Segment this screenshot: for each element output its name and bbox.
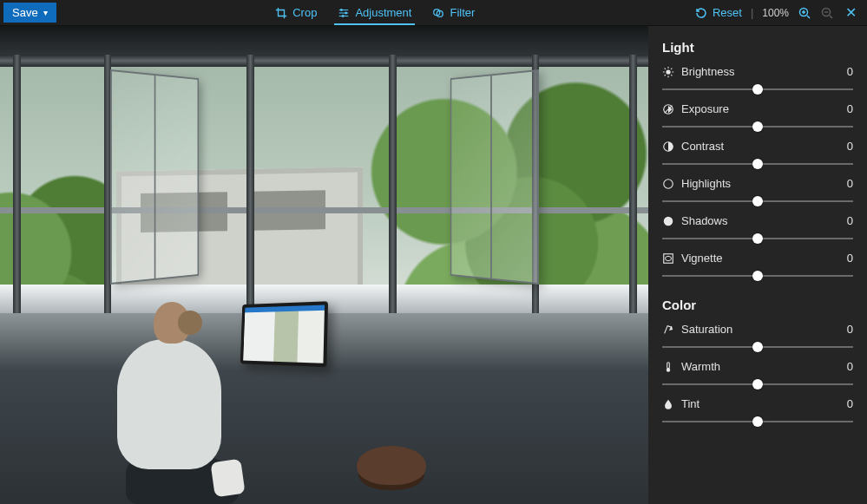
slider-exposure[interactable]: Exposure 0 — [662, 101, 853, 134]
slider-track[interactable] — [662, 268, 853, 284]
warmth-icon — [662, 361, 674, 373]
slider-shadows[interactable]: Shadows 0 — [662, 213, 853, 246]
group-title-color: Color — [662, 298, 853, 312]
svg-point-0 — [340, 9, 343, 11]
slider-track[interactable] — [662, 414, 853, 429]
svg-point-15 — [667, 368, 670, 371]
brightness-icon — [662, 66, 674, 78]
slider-value: 0 — [847, 177, 853, 190]
svg-rect-14 — [667, 362, 670, 368]
slider-track[interactable] — [662, 376, 853, 392]
exposure-icon — [662, 103, 674, 115]
slider-saturation[interactable]: Saturation 0 — [662, 321, 853, 355]
photo-window-frame-mid — [0, 207, 648, 213]
reset-label: Reset — [713, 6, 742, 19]
zoom-level: 100% — [762, 7, 789, 19]
photo-mullion — [13, 55, 21, 313]
toolbar: Save ▾ Crop Adjustment Filter — [0, 0, 867, 26]
slider-value: 0 — [847, 397, 853, 410]
photo-mullion — [246, 55, 254, 313]
slider-tint[interactable]: Tint 0 — [662, 396, 853, 429]
photo-stool — [357, 446, 426, 485]
photo-tablet — [240, 301, 328, 367]
photo-person — [91, 261, 247, 504]
slider-thumb[interactable] — [752, 121, 763, 132]
tab-filter[interactable]: Filter — [425, 0, 482, 25]
svg-point-1 — [345, 11, 348, 14]
slider-thumb[interactable] — [752, 196, 763, 206]
slider-value: 0 — [847, 323, 853, 336]
slider-thumb[interactable] — [752, 233, 763, 244]
slider-value: 0 — [847, 360, 853, 373]
vignette-icon — [662, 252, 674, 265]
photo-window-frame-top — [0, 55, 648, 67]
slider-thumb[interactable] — [752, 416, 763, 427]
svg-point-10 — [664, 179, 673, 188]
tint-icon — [662, 398, 674, 410]
slider-label: Saturation — [681, 323, 840, 336]
filter-icon — [432, 7, 444, 19]
slider-track[interactable] — [662, 231, 853, 246]
photo-mullion — [629, 55, 637, 313]
photo-mullion — [389, 55, 397, 313]
adjustment-icon — [338, 7, 350, 19]
slider-label: Contrast — [681, 140, 840, 153]
photo-ceiling — [0, 26, 648, 55]
slider-thumb[interactable] — [752, 159, 763, 169]
tab-adjustment[interactable]: Adjustment — [331, 0, 418, 25]
tab-adjustment-label: Adjustment — [355, 6, 411, 19]
shadows-icon — [662, 215, 674, 227]
slider-track[interactable] — [662, 156, 853, 172]
separator: | — [751, 6, 753, 19]
slider-thumb[interactable] — [752, 271, 763, 281]
toolbar-tabs: Crop Adjustment Filter — [56, 0, 694, 25]
chevron-down-icon: ▾ — [43, 8, 48, 17]
contrast-icon — [662, 141, 674, 153]
slider-brightness[interactable]: Brightness 0 — [662, 63, 853, 97]
slider-track[interactable] — [662, 193, 853, 209]
highlights-icon — [662, 178, 674, 190]
slider-label: Warmth — [681, 360, 840, 373]
slider-track[interactable] — [662, 82, 853, 97]
save-label: Save — [12, 6, 38, 19]
zoom-in-icon[interactable] — [798, 6, 811, 20]
photo-open-window-right — [450, 69, 538, 285]
workspace: Light Brightness 0 — [0, 26, 867, 504]
slider-thumb[interactable] — [752, 342, 763, 352]
tab-crop[interactable]: Crop — [268, 0, 324, 25]
photo-open-window-left — [110, 69, 199, 285]
slider-label: Brightness — [681, 65, 840, 78]
reset-button[interactable]: Reset — [694, 6, 742, 20]
slider-value: 0 — [847, 140, 853, 153]
slider-value: 0 — [847, 214, 853, 227]
saturation-icon — [662, 324, 674, 336]
close-button[interactable]: ✕ — [843, 4, 858, 21]
slider-highlights[interactable]: Highlights 0 — [662, 175, 853, 209]
slider-label: Tint — [681, 397, 840, 410]
image-canvas[interactable] — [0, 26, 648, 504]
group-title-light: Light — [662, 40, 853, 55]
slider-track[interactable] — [662, 339, 853, 355]
slider-label: Exposure — [681, 102, 840, 115]
slider-vignette[interactable]: Vignette 0 — [662, 250, 853, 284]
svg-point-2 — [342, 15, 345, 17]
tab-filter-label: Filter — [450, 6, 475, 19]
slider-warmth[interactable]: Warmth 0 — [662, 358, 853, 392]
slider-value: 0 — [847, 65, 853, 78]
slider-value: 0 — [847, 252, 853, 265]
svg-point-11 — [664, 216, 673, 226]
crop-icon — [275, 7, 287, 19]
slider-thumb[interactable] — [752, 379, 763, 389]
slider-contrast[interactable]: Contrast 0 — [662, 138, 853, 172]
slider-thumb[interactable] — [752, 84, 763, 95]
save-button[interactable]: Save ▾ — [3, 3, 56, 23]
svg-point-13 — [666, 256, 672, 260]
toolbar-right: Reset | 100% ✕ — [694, 0, 867, 25]
slider-label: Highlights — [681, 177, 840, 190]
tab-crop-label: Crop — [292, 6, 317, 19]
slider-value: 0 — [847, 102, 853, 115]
zoom-out-icon[interactable] — [820, 6, 834, 20]
slider-track[interactable] — [662, 119, 853, 134]
svg-point-7 — [666, 69, 670, 74]
adjustment-panel: Light Brightness 0 — [648, 26, 867, 504]
